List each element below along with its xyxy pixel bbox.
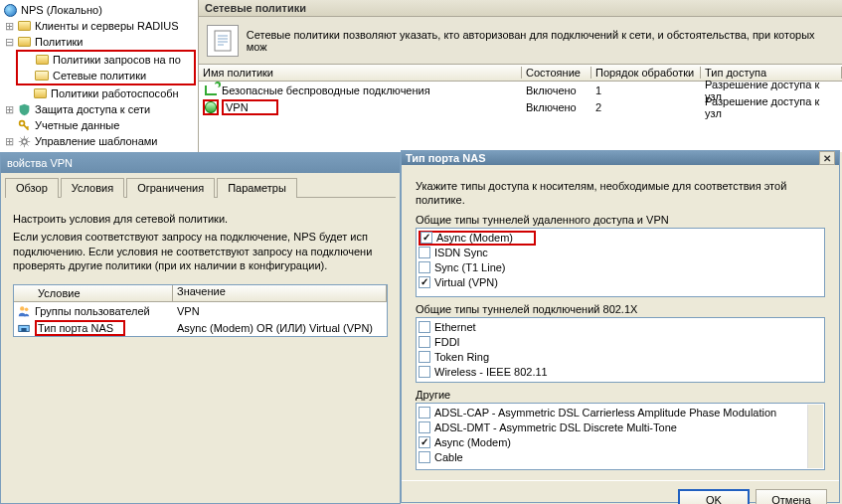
condition-row[interactable]: Группы пользователей VPN [14,302,387,319]
checkbox-icon[interactable] [419,407,430,419]
ok-button[interactable]: OK [678,489,750,504]
close-button[interactable]: ✕ [819,151,835,165]
col-value[interactable]: Значение [173,285,387,301]
svg-point-4 [25,307,29,311]
check-option[interactable]: Ethernet [419,320,822,335]
tree-root[interactable]: NPS (Локально) [2,2,196,18]
option-label: FDDI [434,336,460,348]
tree-item-templates[interactable]: ⊞ Управление шаблонами [2,133,196,149]
policy-name: Безопасные беспроводные подключения [222,84,430,96]
policy-type: Разрешение доступа к узл [701,95,842,119]
tab-overview[interactable]: Обзор [5,178,59,198]
tree-item-net-policies[interactable]: Сетевые политики [18,68,194,84]
check-option[interactable]: Cable [419,450,806,465]
checkbox-icon[interactable] [419,336,430,348]
folder-icon [16,34,32,50]
listbox-common[interactable]: Async (Modem) ISDN Sync Sync (T1 Line) V… [416,228,825,297]
option-label: ADSL-DMT - Asymmetric DSL Discrete Multi… [434,421,677,433]
checkbox-icon[interactable] [419,421,430,433]
condition-name: Тип порта NAS [35,320,125,336]
cancel-button[interactable]: Отмена [756,489,827,504]
checkbox-icon[interactable] [421,232,432,244]
option-label: Wireless - IEEE 802.11 [434,366,548,378]
group-other-label: Другие [416,389,825,401]
gear-icon [16,133,32,149]
policy-order: 1 [591,84,701,96]
option-label: Ethernet [434,321,476,333]
option-label: ISDN Sync [434,247,488,258]
col-condition[interactable]: Условие [14,285,173,301]
checkbox-icon[interactable] [419,436,430,448]
col-order[interactable]: Порядок обработки [591,67,701,79]
checkbox-icon[interactable] [419,247,430,258]
option-label: Token Ring [434,351,489,363]
col-type[interactable]: Тип доступа [701,67,842,79]
tree-label: Политики запросов на по [53,54,181,66]
expand-icon[interactable]: ⊞ [2,20,16,33]
tab-params[interactable]: Параметры [217,178,297,198]
tree-label: Учетные данные [35,119,119,131]
policy-row[interactable]: VPN Включено 2 Разрешение доступа к узл [199,98,842,115]
tree-item-accounting[interactable]: Учетные данные [2,117,196,133]
group-common-label: Общие типы туннелей удаленного доступа и… [416,214,825,226]
folder-icon [16,18,32,34]
condition-value: Async (Modem) OR (ИЛИ) Virtual (VPN) [173,322,387,334]
check-option[interactable]: FDDI [419,335,822,350]
svg-point-3 [20,306,24,310]
conditions-header: Условие Значение [14,285,387,302]
svg-rect-6 [21,328,26,332]
listbox-other[interactable]: ADSL-CAP - Asymmetric DSL Carrierless Am… [416,403,825,470]
check-option[interactable]: Virtual (VPN) [419,275,822,290]
condition-row[interactable]: Тип порта NAS Async (Modem) OR (ИЛИ) Vir… [14,319,387,336]
checkbox-icon[interactable] [419,351,430,363]
checkbox-icon[interactable] [419,366,430,378]
tab-limits[interactable]: Ограничения [126,178,215,198]
dialog-intro: Укажите типы доступа к носителям, необхо… [416,179,825,208]
col-name[interactable]: Имя политики [199,67,522,79]
listbox-8021x[interactable]: Ethernet FDDI Token Ring Wireless - IEEE… [416,317,825,383]
policy-order: 2 [591,101,701,113]
folder-icon [34,52,50,68]
col-state[interactable]: Состояние [522,67,591,79]
tree-label: Политики [35,36,84,48]
globe-icon [2,2,18,18]
tree-item-req-policies[interactable]: Политики запросов на по [18,52,194,68]
key-icon [16,117,32,133]
expand-icon[interactable]: ⊞ [2,135,16,148]
info-strip: Сетевые политики позволяют указать, кто … [199,17,842,65]
check-option[interactable]: ADSL-CAP - Asymmetric DSL Carrierless Am… [419,406,806,420]
vpn-properties-window: войства VPN Обзор Условия Ограничения Па… [0,152,401,504]
collapse-icon[interactable]: ⊟ [2,36,16,49]
check-option[interactable]: ADSL-DMT - Asymmetric DSL Discrete Multi… [419,420,806,435]
dialog-title: Тип порта NAS [406,152,486,164]
option-label: Virtual (VPN) [434,276,498,288]
option-label: Cable [434,451,463,463]
dialog-titlebar[interactable]: Тип порта NAS ✕ [402,151,839,165]
checkbox-icon[interactable] [419,261,430,273]
tree-item-health-policies[interactable]: Политики работоспособн [2,85,196,101]
folder-icon [32,85,48,101]
expand-icon[interactable]: ⊞ [2,103,16,116]
tab-conditions[interactable]: Условия [61,178,124,198]
policy-doc-icon [207,25,239,57]
content-pane: Сетевые политики Сетевые политики позвол… [199,0,842,152]
highlight-net-policies: Политики запросов на по Сетевые политики [16,50,196,85]
checkbox-icon[interactable] [419,451,430,463]
policy-state: Включено [522,101,591,113]
tree-item-nap[interactable]: ⊞ Защита доступа к сети [2,101,196,117]
tree-item-policies[interactable]: ⊟ Политики [2,34,196,50]
conditions-desc: Если условия соответствуют запросу на по… [13,230,388,272]
nav-tree: NPS (Локально) ⊞ Клиенты и серверы RADIU… [0,0,199,152]
tree-item-clients[interactable]: ⊞ Клиенты и серверы RADIUS [2,18,196,34]
checkbox-icon[interactable] [419,276,430,288]
check-option[interactable]: Token Ring [419,350,822,365]
check-option[interactable]: Wireless - IEEE 802.11 [419,365,822,380]
checkbox-icon[interactable] [419,321,430,333]
check-option[interactable]: Async (Modem) [419,231,536,246]
scrollbar[interactable] [807,405,823,468]
check-option[interactable]: Sync (T1 Line) [419,260,822,275]
check-option[interactable]: Async (Modem) [419,435,806,450]
check-option[interactable]: ISDN Sync [419,246,822,260]
props-titlebar[interactable]: войства VPN [1,153,400,173]
tree-root-label: NPS (Локально) [21,4,102,16]
